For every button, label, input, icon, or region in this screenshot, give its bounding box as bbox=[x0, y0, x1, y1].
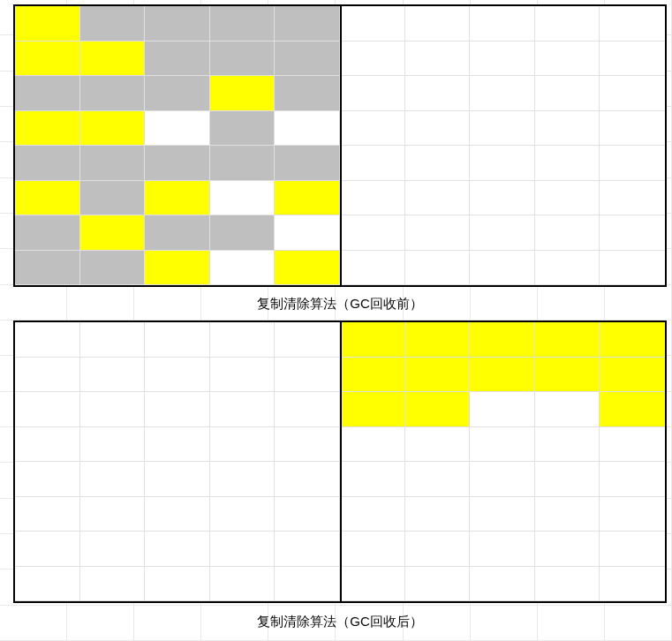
caption-before: 复制清除算法（GC回收前） bbox=[13, 296, 667, 313]
grid-after-divider bbox=[340, 322, 342, 601]
memory-cell bbox=[80, 251, 146, 286]
memory-cell bbox=[405, 251, 471, 286]
memory-cell bbox=[275, 41, 340, 77]
memory-cell bbox=[80, 6, 146, 41]
memory-cell bbox=[275, 251, 340, 286]
memory-cell bbox=[80, 427, 146, 463]
memory-cell bbox=[535, 181, 600, 216]
memory-cell bbox=[470, 358, 535, 393]
memory-cell bbox=[145, 532, 210, 567]
memory-cell bbox=[275, 567, 340, 602]
memory-cell bbox=[340, 215, 405, 251]
memory-cell bbox=[275, 462, 340, 497]
memory-cell bbox=[340, 497, 405, 532]
memory-cell bbox=[600, 146, 665, 181]
memory-cell bbox=[535, 358, 600, 393]
memory-cell bbox=[210, 6, 276, 41]
memory-cell bbox=[600, 497, 665, 532]
memory-cell bbox=[210, 462, 276, 497]
memory-cell bbox=[145, 76, 210, 111]
memory-cell bbox=[340, 76, 405, 111]
memory-cell bbox=[470, 215, 535, 251]
memory-cell bbox=[405, 111, 471, 147]
memory-cell bbox=[145, 322, 210, 358]
memory-cell bbox=[535, 111, 600, 147]
memory-cell bbox=[210, 427, 276, 463]
memory-cell bbox=[600, 181, 665, 216]
memory-cell bbox=[535, 462, 600, 497]
memory-cell bbox=[535, 567, 600, 602]
memory-cell bbox=[405, 392, 471, 427]
memory-cell bbox=[15, 41, 80, 77]
memory-cell bbox=[340, 251, 405, 286]
memory-cell bbox=[405, 181, 471, 216]
memory-cell bbox=[145, 497, 210, 532]
memory-cell bbox=[405, 462, 471, 497]
memory-cell bbox=[145, 462, 210, 497]
memory-cell bbox=[470, 111, 535, 147]
memory-cell bbox=[340, 567, 405, 602]
memory-cell bbox=[405, 215, 471, 251]
memory-cell bbox=[15, 76, 80, 111]
memory-cell bbox=[210, 567, 276, 602]
memory-cell bbox=[535, 497, 600, 532]
memory-cell bbox=[340, 358, 405, 393]
grid-after-gc bbox=[13, 320, 667, 603]
memory-cell bbox=[340, 146, 405, 181]
memory-cell bbox=[80, 146, 146, 181]
memory-cell bbox=[600, 41, 665, 77]
memory-cell bbox=[145, 111, 210, 147]
memory-cell bbox=[600, 251, 665, 286]
memory-cell bbox=[15, 146, 80, 181]
memory-cell bbox=[210, 532, 276, 567]
memory-cell bbox=[275, 6, 340, 41]
memory-cell bbox=[210, 146, 276, 181]
memory-cell bbox=[15, 215, 80, 251]
memory-cell bbox=[80, 111, 146, 147]
memory-cell bbox=[600, 6, 665, 41]
memory-cell bbox=[210, 497, 276, 532]
memory-cell bbox=[145, 427, 210, 463]
memory-cell bbox=[210, 322, 276, 358]
memory-cell bbox=[80, 392, 146, 427]
memory-cell bbox=[145, 567, 210, 602]
memory-cell bbox=[470, 146, 535, 181]
memory-cell bbox=[470, 427, 535, 463]
memory-cell bbox=[535, 146, 600, 181]
memory-cell bbox=[405, 358, 471, 393]
memory-cell bbox=[600, 358, 665, 393]
memory-cell bbox=[470, 251, 535, 286]
memory-cell bbox=[80, 181, 146, 216]
memory-cell bbox=[15, 532, 80, 567]
memory-cell bbox=[275, 146, 340, 181]
memory-cell bbox=[340, 462, 405, 497]
memory-cell bbox=[15, 251, 80, 286]
memory-cell bbox=[15, 497, 80, 532]
memory-cell bbox=[600, 76, 665, 111]
memory-cell bbox=[405, 497, 471, 532]
memory-cell bbox=[340, 111, 405, 147]
memory-cell bbox=[275, 392, 340, 427]
memory-cell bbox=[275, 358, 340, 393]
memory-cell bbox=[210, 358, 276, 393]
grid-before-divider bbox=[340, 6, 342, 285]
memory-cell bbox=[80, 497, 146, 532]
memory-cell bbox=[275, 181, 340, 216]
memory-cell bbox=[80, 215, 146, 251]
memory-cell bbox=[405, 41, 471, 77]
memory-cell bbox=[15, 567, 80, 602]
memory-cell bbox=[15, 427, 80, 463]
memory-cell bbox=[80, 532, 146, 567]
caption-after: 复制清除算法（GC回收后） bbox=[13, 614, 667, 630]
memory-cell bbox=[15, 462, 80, 497]
memory-cell bbox=[600, 532, 665, 567]
memory-cell bbox=[340, 41, 405, 77]
memory-cell bbox=[470, 497, 535, 532]
memory-cell bbox=[470, 41, 535, 77]
memory-cell bbox=[145, 6, 210, 41]
memory-cell bbox=[470, 181, 535, 216]
memory-cell bbox=[80, 41, 146, 77]
memory-cell bbox=[535, 215, 600, 251]
memory-cell bbox=[405, 146, 471, 181]
memory-cell bbox=[80, 322, 146, 358]
